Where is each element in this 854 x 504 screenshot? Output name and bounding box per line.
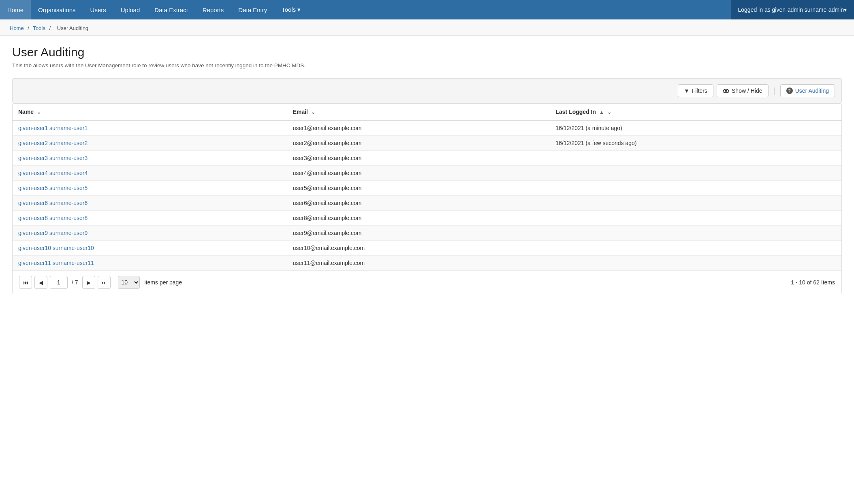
- cell-name: given-user4 surname-user4: [13, 166, 287, 181]
- user-auditing-button[interactable]: ? User Auditing: [780, 84, 835, 97]
- breadcrumb-sep1: /: [28, 25, 30, 31]
- user-name-link[interactable]: given-user3 surname-user3: [18, 155, 88, 161]
- cell-email: user2@email.example.com: [287, 136, 550, 151]
- nav-data-entry[interactable]: Data Entry: [231, 0, 274, 19]
- next-page-button[interactable]: ▶: [82, 276, 95, 289]
- cell-last-logged-in: [550, 211, 841, 226]
- cell-name: given-user1 surname-user1: [13, 120, 287, 136]
- cell-email: user9@email.example.com: [287, 226, 550, 241]
- page-title: User Auditing: [12, 45, 842, 59]
- table-row: given-user10 surname-user10user10@email.…: [13, 241, 841, 256]
- page-of-label: / 7: [72, 279, 78, 286]
- show-hide-button[interactable]: Show / Hide: [717, 84, 768, 97]
- table-row: given-user1 surname-user1user1@email.exa…: [13, 120, 841, 136]
- cell-last-logged-in: [550, 241, 841, 256]
- items-count-label: 1 - 10 of 62 Items: [791, 279, 835, 286]
- cell-email: user4@email.example.com: [287, 166, 550, 181]
- table-row: given-user4 surname-user4user4@email.exa…: [13, 166, 841, 181]
- prev-page-button[interactable]: ◀: [34, 276, 47, 289]
- user-name-link[interactable]: given-user4 surname-user4: [18, 170, 88, 176]
- data-table: Name ⌄ Email ⌄ Last Logged In ▲ ⌄ given-: [13, 104, 841, 271]
- filter-icon: ▼: [684, 88, 690, 94]
- cell-name: given-user2 surname-user2: [13, 136, 287, 151]
- items-per-page-select[interactable]: 10 25 50 100: [118, 276, 140, 289]
- col-last-logged-label: Last Logged In: [555, 109, 596, 115]
- page-description: This tab allows users with the User Mana…: [12, 62, 842, 68]
- table-row: given-user2 surname-user2user2@email.exa…: [13, 136, 841, 151]
- nav-upload[interactable]: Upload: [113, 0, 147, 19]
- user-name-link[interactable]: given-user2 surname-user2: [18, 140, 88, 146]
- cell-email: user11@email.example.com: [287, 256, 550, 271]
- nav-items: Home Organisations Users Upload Data Ext…: [0, 0, 731, 19]
- question-icon: ?: [786, 88, 793, 94]
- cell-last-logged-in: [550, 256, 841, 271]
- cell-email: user5@email.example.com: [287, 181, 550, 196]
- col-header-last-logged-in[interactable]: Last Logged In ▲ ⌄: [550, 104, 841, 120]
- col-name-label: Name: [18, 109, 34, 115]
- nav-home[interactable]: Home: [0, 0, 31, 19]
- user-name-link[interactable]: given-user8 surname-user8: [18, 215, 88, 221]
- page-content: User Auditing This tab allows users with…: [0, 36, 854, 304]
- user-name-link[interactable]: given-user11 surname-user11: [18, 260, 94, 266]
- breadcrumb-sep2: /: [49, 25, 52, 31]
- cell-email: user10@email.example.com: [287, 241, 550, 256]
- breadcrumb: Home / Tools / User Auditing: [0, 19, 854, 36]
- cell-last-logged-in: [550, 166, 841, 181]
- breadcrumb-home[interactable]: Home: [10, 25, 24, 31]
- cell-name: given-user5 surname-user5: [13, 181, 287, 196]
- col-last-logged-sort-down-icon: ⌄: [607, 109, 611, 115]
- user-name-link[interactable]: given-user10 surname-user10: [18, 245, 94, 251]
- data-table-wrapper: Name ⌄ Email ⌄ Last Logged In ▲ ⌄ given-: [12, 103, 842, 294]
- user-name-link[interactable]: given-user6 surname-user6: [18, 200, 88, 206]
- pagination-bar: ⏮ ◀ / 7 ▶ ⏭ 10 25 50 100 items per page …: [13, 271, 841, 294]
- cell-name: given-user9 surname-user9: [13, 226, 287, 241]
- col-email-sort-icon: ⌄: [311, 109, 315, 115]
- breadcrumb-current: User Auditing: [57, 25, 88, 31]
- first-page-button[interactable]: ⏮: [19, 276, 32, 289]
- show-hide-label: Show / Hide: [732, 88, 762, 94]
- nav-reports[interactable]: Reports: [195, 0, 231, 19]
- col-header-name[interactable]: Name ⌄: [13, 104, 287, 120]
- cell-name: given-user8 surname-user8: [13, 211, 287, 226]
- cell-email: user8@email.example.com: [287, 211, 550, 226]
- user-name-link[interactable]: given-user5 surname-user5: [18, 185, 88, 191]
- filters-label: Filters: [692, 88, 707, 94]
- user-auditing-label: User Auditing: [795, 88, 829, 94]
- cell-email: user1@email.example.com: [287, 120, 550, 136]
- table-row: given-user3 surname-user3user3@email.exa…: [13, 151, 841, 166]
- cell-last-logged-in: [550, 151, 841, 166]
- cell-last-logged-in: [550, 181, 841, 196]
- nav-user-menu[interactable]: Logged in as given-admin surname-admin: [731, 0, 854, 19]
- nav-organisations[interactable]: Organisations: [31, 0, 83, 19]
- cell-last-logged-in: 16/12/2021 (a minute ago): [550, 120, 841, 136]
- breadcrumb-tools[interactable]: Tools: [33, 25, 45, 31]
- items-per-page-label: items per page: [145, 279, 182, 286]
- page-number-input[interactable]: [50, 276, 68, 289]
- cell-last-logged-in: [550, 226, 841, 241]
- cell-last-logged-in: 16/12/2021 (a few seconds ago): [550, 136, 841, 151]
- cell-email: user3@email.example.com: [287, 151, 550, 166]
- col-email-label: Email: [293, 109, 308, 115]
- cell-name: given-user3 surname-user3: [13, 151, 287, 166]
- eye-icon: [723, 89, 729, 93]
- last-page-button[interactable]: ⏭: [98, 276, 111, 289]
- table-row: given-user9 surname-user9user9@email.exa…: [13, 226, 841, 241]
- table-row: given-user11 surname-user11user11@email.…: [13, 256, 841, 271]
- col-name-sort-icon: ⌄: [37, 109, 41, 115]
- nav-users[interactable]: Users: [83, 0, 113, 19]
- filters-button[interactable]: ▼ Filters: [678, 84, 713, 97]
- navbar: Home Organisations Users Upload Data Ext…: [0, 0, 854, 19]
- cell-email: user6@email.example.com: [287, 196, 550, 211]
- table-row: given-user6 surname-user6user6@email.exa…: [13, 196, 841, 211]
- user-name-link[interactable]: given-user1 surname-user1: [18, 125, 88, 131]
- nav-tools[interactable]: Tools ▾: [274, 0, 308, 19]
- col-header-email[interactable]: Email ⌄: [287, 104, 550, 120]
- toolbar: ▼ Filters Show / Hide | ? User Auditing: [12, 78, 842, 103]
- cell-last-logged-in: [550, 196, 841, 211]
- nav-data-extract[interactable]: Data Extract: [147, 0, 195, 19]
- table-row: given-user5 surname-user5user5@email.exa…: [13, 181, 841, 196]
- table-row: given-user8 surname-user8user8@email.exa…: [13, 211, 841, 226]
- user-name-link[interactable]: given-user9 surname-user9: [18, 230, 88, 236]
- table-header-row: Name ⌄ Email ⌄ Last Logged In ▲ ⌄: [13, 104, 841, 120]
- toolbar-separator: |: [773, 86, 775, 96]
